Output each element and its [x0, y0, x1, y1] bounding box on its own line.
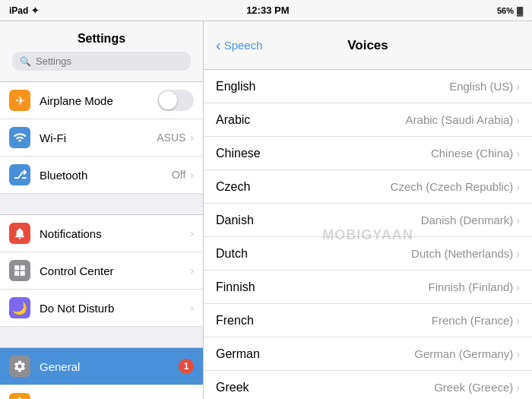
section-divider-2 [0, 327, 203, 348]
sidebar-list: ✈ Airplane Mode Wi-Fi ASUS › ⎇ [0, 82, 203, 399]
sidebar-item-controlcenter[interactable]: Control Center › [0, 252, 203, 290]
voice-value-7: French (France) [432, 314, 514, 327]
voice-item-czech[interactable]: Czech Czech (Czech Republic) › [204, 170, 532, 204]
dnd-label: Do Not Disturb [40, 302, 190, 315]
voices-container: English English (US) › Arabic Arabic (Sa… [204, 70, 532, 399]
voice-language-6: Finnish [216, 280, 255, 294]
voice-item-danish[interactable]: Danish Danish (Denmark) › [204, 204, 532, 237]
display-icon-wrap [9, 393, 30, 399]
search-bar[interactable]: 🔍 [12, 52, 191, 71]
voice-language-3: Czech [216, 180, 250, 194]
voice-chevron-7: › [516, 315, 520, 327]
voice-chevron-5: › [516, 248, 520, 260]
right-panel-title: Voices [347, 38, 388, 53]
voice-item-dutch[interactable]: Dutch Dutch (Netherlands) › [204, 237, 532, 271]
sidebar-item-notifications[interactable]: Notifications › [0, 215, 203, 252]
airplane-icon: ✈ [15, 93, 25, 108]
voice-value-8: German (Germany) [414, 347, 513, 360]
dnd-chevron: › [190, 302, 194, 314]
voice-language-5: Dutch [216, 247, 248, 261]
back-label: Speech [224, 39, 263, 52]
sidebar-title: Settings [8, 27, 195, 52]
controlcenter-chevron: › [190, 264, 194, 277]
status-bar: iPad ✦ 12:33 PM 56% ▓ [0, 0, 532, 21]
airplane-toggle[interactable] [157, 90, 194, 111]
airplane-icon-wrap: ✈ [9, 90, 30, 111]
voice-value-0: English (US) [449, 80, 513, 93]
voice-chevron-8: › [516, 348, 520, 360]
voice-chevron-1: › [516, 114, 520, 126]
sidebar-item-airplane[interactable]: ✈ Airplane Mode [0, 82, 203, 119]
voice-language-7: French [216, 314, 254, 328]
status-left: iPad ✦ [9, 5, 39, 16]
sidebar-item-bluetooth[interactable]: ⎇ Bluetooth Off › [0, 157, 203, 194]
controlcenter-label: Control Center [40, 264, 190, 277]
general-badge: 1 [179, 359, 194, 374]
voice-chevron-2: › [516, 147, 520, 160]
bluetooth-label: Bluetooth [40, 169, 172, 182]
voice-value-wrap-1: Arabic (Saudi Arabia) › [406, 113, 520, 126]
voice-item-greek[interactable]: Greek Greek (Greece) › [204, 371, 532, 399]
dnd-icon: 🌙 [12, 301, 27, 315]
general-label: General [40, 360, 176, 373]
notifications-label: Notifications [40, 227, 190, 240]
status-time: 12:33 PM [246, 5, 289, 16]
voice-chevron-3: › [516, 181, 520, 193]
voice-language-2: Chinese [216, 147, 261, 160]
bluetooth-icon: ⎇ [14, 168, 27, 182]
voice-value-wrap-6: Finnish (Finland) › [429, 280, 520, 293]
voice-item-french[interactable]: French French (France) › [204, 304, 532, 337]
voice-value-wrap-5: Dutch (Netherlands) › [411, 247, 520, 260]
voice-value-4: Danish (Denmark) [421, 214, 514, 226]
voice-item-chinese[interactable]: Chinese Chinese (China) › [204, 137, 532, 170]
notifications-chevron: › [190, 227, 194, 239]
section-divider-1 [0, 194, 203, 215]
right-header: ‹ Speech Voices [204, 21, 532, 70]
voice-value-wrap-2: Chinese (China) › [431, 147, 520, 160]
voice-value-wrap-3: Czech (Czech Republic) › [391, 180, 520, 193]
controlcenter-icon-wrap [9, 260, 30, 281]
voice-value-1: Arabic (Saudi Arabia) [406, 113, 514, 126]
back-chevron-icon: ‹ [216, 36, 221, 54]
voices-list: MOBIGYAAN English English (US) › Arabic … [204, 70, 532, 399]
airplane-label: Airplane Mode [40, 94, 157, 107]
search-icon: 🔍 [20, 56, 31, 67]
battery-icon: ▓ [517, 6, 523, 15]
voice-value-wrap-0: English (US) › [449, 80, 520, 93]
wifi-chevron: › [190, 131, 194, 144]
voice-chevron-9: › [516, 382, 520, 394]
back-button[interactable]: ‹ Speech [216, 36, 263, 54]
controlcenter-icon [13, 264, 27, 277]
voice-item-finnish[interactable]: Finnish Finnish (Finland) › [204, 271, 532, 304]
battery-percent: 56% [497, 6, 514, 15]
voice-value-wrap-7: French (France) › [432, 314, 520, 327]
wifi-icon [13, 131, 27, 144]
search-input[interactable] [36, 55, 183, 67]
ipad-label: iPad ✦ [9, 5, 39, 16]
voice-language-1: Arabic [216, 113, 250, 127]
wifi-icon-wrap [9, 127, 30, 148]
voice-value-wrap-8: German (Germany) › [414, 347, 520, 360]
dnd-icon-wrap: 🌙 [9, 297, 30, 318]
voice-item-german[interactable]: German German (Germany) › [204, 337, 532, 371]
bluetooth-value: Off [172, 169, 185, 181]
voice-language-4: Danish [216, 214, 254, 227]
sidebar-item-wifi[interactable]: Wi-Fi ASUS › [0, 119, 203, 157]
voice-value-wrap-4: Danish (Denmark) › [421, 214, 520, 226]
voice-language-0: English [216, 80, 255, 93]
sidebar-item-general[interactable]: General 1 [0, 348, 203, 385]
voice-item-arabic[interactable]: Arabic Arabic (Saudi Arabia) › [204, 103, 532, 137]
sidebar-item-donotdisturb[interactable]: 🌙 Do Not Disturb › [0, 290, 203, 327]
right-panel: ‹ Speech Voices MOBIGYAAN English Englis… [204, 21, 532, 399]
notifications-icon-wrap [9, 223, 30, 244]
voice-value-6: Finnish (Finland) [429, 280, 514, 293]
notifications-icon [13, 226, 27, 240]
voice-value-5: Dutch (Netherlands) [411, 247, 513, 260]
wifi-label: Wi-Fi [40, 131, 157, 144]
sidebar-item-display[interactable]: Display & Brightness › [0, 385, 203, 399]
voice-language-9: Greek [216, 381, 249, 394]
voice-item-english[interactable]: English English (US) › [204, 70, 532, 103]
general-icon-wrap [9, 356, 30, 377]
voice-chevron-6: › [516, 281, 520, 293]
general-icon [13, 359, 27, 373]
